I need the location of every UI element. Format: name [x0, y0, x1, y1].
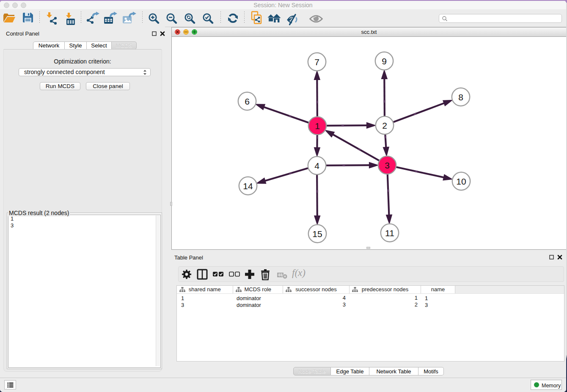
svg-text:10: 10 [456, 177, 466, 186]
svg-text:14: 14 [243, 181, 253, 191]
svg-text:6: 6 [245, 97, 250, 106]
svg-text:2: 2 [382, 121, 387, 130]
svg-text:8: 8 [458, 92, 463, 102]
svg-text:1: 1 [315, 121, 320, 131]
svg-text:4: 4 [314, 161, 319, 171]
svg-text:15: 15 [312, 229, 322, 239]
svg-text:3: 3 [385, 160, 390, 170]
svg-text:9: 9 [382, 56, 387, 66]
svg-text:7: 7 [314, 57, 319, 67]
svg-text:11: 11 [385, 228, 394, 238]
